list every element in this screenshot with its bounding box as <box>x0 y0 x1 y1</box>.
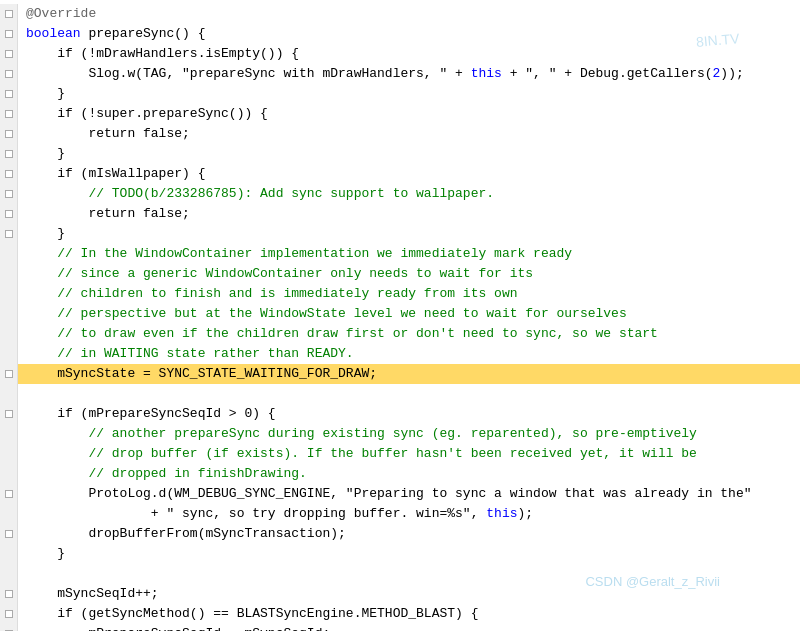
line-gutter <box>0 544 18 564</box>
code-line: mPrepareSyncSeqId = mSyncSeqId; <box>0 624 800 631</box>
gutter-dot <box>5 610 13 618</box>
line-content: } <box>18 144 800 164</box>
token: // TODO(b/233286785): Add sync support t… <box>26 186 494 201</box>
line-gutter <box>0 64 18 84</box>
code-line: if (!mDrawHandlers.isEmpty()) { <box>0 44 800 64</box>
line-content: ProtoLog.d(WM_DEBUG_SYNC_ENGINE, "Prepar… <box>18 484 800 504</box>
gutter-dot <box>5 110 13 118</box>
line-content: return false; <box>18 204 800 224</box>
code-line: + " sync, so try dropping buffer. win=%s… <box>0 504 800 524</box>
line-content: if (!mDrawHandlers.isEmpty()) { <box>18 44 800 64</box>
token: // perspective but at the WindowState le… <box>26 306 627 321</box>
token: if (!super.prepareSync()) { <box>26 106 268 121</box>
token: // dropped in finishDrawing. <box>26 466 307 481</box>
line-content: } <box>18 224 800 244</box>
gutter-dot <box>5 490 13 498</box>
code-line: // to draw even if the children draw fir… <box>0 324 800 344</box>
line-gutter <box>0 604 18 624</box>
gutter-dot <box>5 90 13 98</box>
token: boolean <box>26 26 88 41</box>
line-content: mPrepareSyncSeqId = mSyncSeqId; <box>18 624 800 631</box>
line-gutter <box>0 4 18 24</box>
line-gutter <box>0 124 18 144</box>
code-lines: @Overrideboolean prepareSync() { if (!mD… <box>0 4 800 631</box>
code-line: } <box>0 224 800 244</box>
line-content: Slog.w(TAG, "prepareSync with mDrawHandl… <box>18 64 800 84</box>
gutter-dot <box>5 130 13 138</box>
line-content: mSyncState = SYNC_STATE_WAITING_FOR_DRAW… <box>18 364 800 384</box>
line-content: // dropped in finishDrawing. <box>18 464 800 484</box>
line-content: // TODO(b/233286785): Add sync support t… <box>18 184 800 204</box>
line-content: // In the WindowContainer implementation… <box>18 244 800 264</box>
gutter-dot <box>5 170 13 178</box>
line-content: // to draw even if the children draw fir… <box>18 324 800 344</box>
line-content: // children to finish and is immediately… <box>18 284 800 304</box>
line-content: + " sync, so try dropping buffer. win=%s… <box>18 504 800 524</box>
gutter-dot <box>5 210 13 218</box>
code-line: // In the WindowContainer implementation… <box>0 244 800 264</box>
token: + " sync, so try dropping buffer. win=%s… <box>26 506 486 521</box>
code-line: } <box>0 144 800 164</box>
code-line: if (!super.prepareSync()) { <box>0 104 800 124</box>
code-line: ProtoLog.d(WM_DEBUG_SYNC_ENGINE, "Prepar… <box>0 484 800 504</box>
line-content: @Override <box>18 4 800 24</box>
line-content: // perspective but at the WindowState le… <box>18 304 800 324</box>
token: // In the WindowContainer implementation… <box>26 246 572 261</box>
code-line <box>0 564 800 584</box>
line-gutter <box>0 264 18 284</box>
token: mPrepareSyncSeqId = mSyncSeqId; <box>26 626 330 631</box>
token: mSyncState = SYNC_STATE_WAITING_FOR_DRAW… <box>26 366 377 381</box>
token: ); <box>518 506 534 521</box>
gutter-dot <box>5 590 13 598</box>
token: mSyncSeqId++; <box>26 586 159 601</box>
token: return false; <box>26 126 190 141</box>
line-content <box>18 564 800 584</box>
line-content: return false; <box>18 124 800 144</box>
line-gutter <box>0 504 18 524</box>
token: this <box>486 506 517 521</box>
code-line: return false; <box>0 204 800 224</box>
line-gutter <box>0 104 18 124</box>
line-gutter <box>0 24 18 44</box>
code-line: // in WAITING state rather than READY. <box>0 344 800 364</box>
token: // another prepareSync during existing s… <box>26 426 697 441</box>
gutter-dot <box>5 70 13 78</box>
code-line: return false; <box>0 124 800 144</box>
line-gutter <box>0 384 18 404</box>
token: )); <box>720 66 743 81</box>
token: } <box>26 546 65 561</box>
code-container: 8IN.TV CSDN @Geralt_z_Rivii @Overrideboo… <box>0 0 800 631</box>
line-gutter <box>0 484 18 504</box>
code-line <box>0 384 800 404</box>
code-line: // perspective but at the WindowState le… <box>0 304 800 324</box>
code-line: // TODO(b/233286785): Add sync support t… <box>0 184 800 204</box>
line-gutter <box>0 244 18 264</box>
line-content: mSyncSeqId++; <box>18 584 800 604</box>
code-line: // since a generic WindowContainer only … <box>0 264 800 284</box>
gutter-dot <box>5 30 13 38</box>
token: if (mPrepareSyncSeqId > 0) { <box>26 406 276 421</box>
line-gutter <box>0 144 18 164</box>
line-gutter <box>0 524 18 544</box>
token: if (!mDrawHandlers.isEmpty()) { <box>26 46 299 61</box>
gutter-dot <box>5 410 13 418</box>
line-gutter <box>0 284 18 304</box>
line-content: // since a generic WindowContainer only … <box>18 264 800 284</box>
line-gutter <box>0 404 18 424</box>
token: + ", " + Debug.getCallers( <box>502 66 713 81</box>
token: } <box>26 226 65 241</box>
code-line: @Override <box>0 4 800 24</box>
line-gutter <box>0 344 18 364</box>
code-line: mSyncSeqId++; <box>0 584 800 604</box>
code-line: Slog.w(TAG, "prepareSync with mDrawHandl… <box>0 64 800 84</box>
line-content: } <box>18 84 800 104</box>
gutter-dot <box>5 50 13 58</box>
line-gutter <box>0 464 18 484</box>
token: dropBufferFrom(mSyncTransaction); <box>26 526 346 541</box>
code-line: if (mIsWallpaper) { <box>0 164 800 184</box>
gutter-dot <box>5 230 13 238</box>
token: prepareSync() { <box>88 26 205 41</box>
code-line: // drop buffer (if exists). If the buffe… <box>0 444 800 464</box>
token: this <box>471 66 502 81</box>
line-content <box>18 384 800 404</box>
